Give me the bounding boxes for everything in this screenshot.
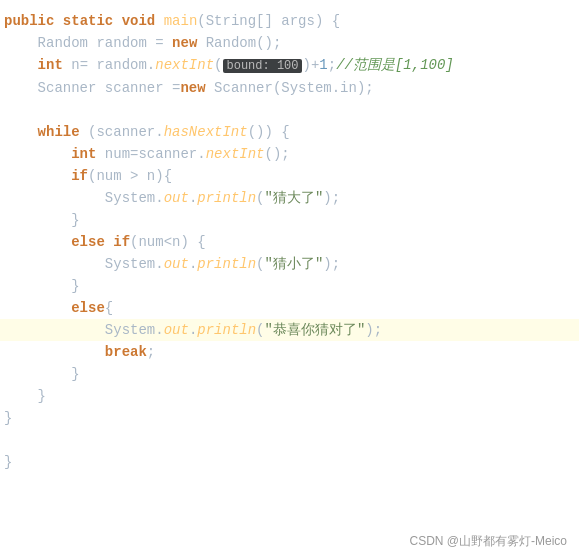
line-text-1: public static void main(String[] args) { [0,10,579,32]
line-text-20 [0,429,579,451]
line-text-6: while (scanner.hasNextInt()) { [0,121,579,143]
code-line-19: } [0,407,579,429]
line-text-15: System.out.println("恭喜你猜对了"); [0,319,579,341]
line-text-14: else{ [0,297,579,319]
code-line-6: while (scanner.hasNextInt()) { [0,121,579,143]
line-text-10: } [0,209,579,231]
code-content: public static void main(String[] args) {… [0,0,579,483]
line-text-19: } [0,407,579,429]
line-text-12: System.out.println("猜小了"); [0,253,579,275]
code-line-17: } [0,363,579,385]
code-line-1: public static void main(String[] args) { [0,10,579,32]
code-line-4: Scanner scanner =new Scanner(System.in); [0,77,579,99]
code-line-14: else{ [0,297,579,319]
code-line-3: int n= random.nextInt(bound: 100)+1;//范围… [0,54,579,77]
code-line-11: else if(num<n) { [0,231,579,253]
code-line-13: } [0,275,579,297]
code-line-5 [0,99,579,121]
line-text-13: } [0,275,579,297]
line-text-2: Random random = new Random(); [0,32,579,54]
code-line-7: int num=scanner.nextInt(); [0,143,579,165]
line-text-21: } [0,451,579,473]
code-line-2: Random random = new Random(); [0,32,579,54]
code-line-21: } [0,451,579,473]
line-text-3: int n= random.nextInt(bound: 100)+1;//范围… [0,54,579,77]
footer-credit: CSDN @山野都有雾灯-Meico [409,533,567,550]
line-text-11: else if(num<n) { [0,231,579,253]
code-line-12: System.out.println("猜小了"); [0,253,579,275]
code-line-10: } [0,209,579,231]
line-text-8: if(num > n){ [0,165,579,187]
code-line-16: break; [0,341,579,363]
line-text-17: } [0,363,579,385]
code-line-20 [0,429,579,451]
code-editor: public static void main(String[] args) {… [0,0,579,558]
line-text-16: break; [0,341,579,363]
code-line-8: if(num > n){ [0,165,579,187]
line-text-5 [0,99,579,121]
code-line-18: } [0,385,579,407]
line-text-9: System.out.println("猜大了"); [0,187,579,209]
code-line-9: System.out.println("猜大了"); [0,187,579,209]
line-text-7: int num=scanner.nextInt(); [0,143,579,165]
line-text-4: Scanner scanner =new Scanner(System.in); [0,77,579,99]
code-line-15: System.out.println("恭喜你猜对了"); [0,319,579,341]
line-text-18: } [0,385,579,407]
